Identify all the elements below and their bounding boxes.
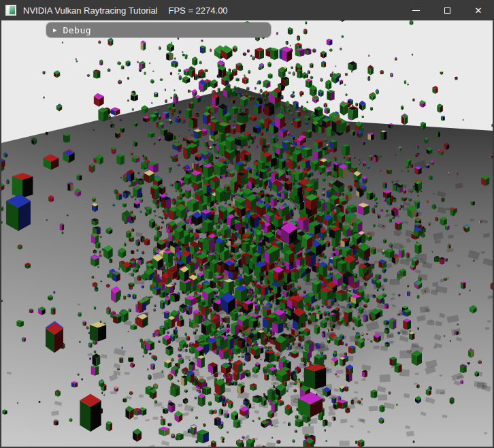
chevron-right-icon: ▶ bbox=[53, 27, 56, 33]
app-icon-pane bbox=[9, 6, 15, 14]
minimize-icon bbox=[412, 10, 420, 11]
app-icon-strip bbox=[7, 6, 10, 14]
debug-collapsing-header[interactable]: ▶ Debug bbox=[46, 22, 271, 37]
render-viewport: ▶ Debug bbox=[0, 20, 494, 448]
debug-header-label: Debug bbox=[63, 25, 91, 35]
caption-buttons: ✕ bbox=[400, 0, 494, 20]
maximize-icon bbox=[444, 7, 450, 14]
app-window: NVIDIA Vulkan Raytracing Tutorial FPS = … bbox=[0, 0, 494, 448]
close-button[interactable]: ✕ bbox=[463, 0, 494, 20]
maximize-button[interactable] bbox=[431, 0, 463, 20]
title-bar: NVIDIA Vulkan Raytracing Tutorial FPS = … bbox=[0, 0, 494, 20]
app-icon[interactable] bbox=[5, 5, 16, 16]
raytraced-scene-canvas[interactable] bbox=[1, 20, 493, 447]
window-title: NVIDIA Vulkan Raytracing Tutorial bbox=[23, 5, 158, 16]
fps-counter: FPS = 2274.00 bbox=[169, 5, 228, 16]
close-icon: ✕ bbox=[475, 6, 482, 15]
minimize-button[interactable] bbox=[400, 0, 431, 20]
